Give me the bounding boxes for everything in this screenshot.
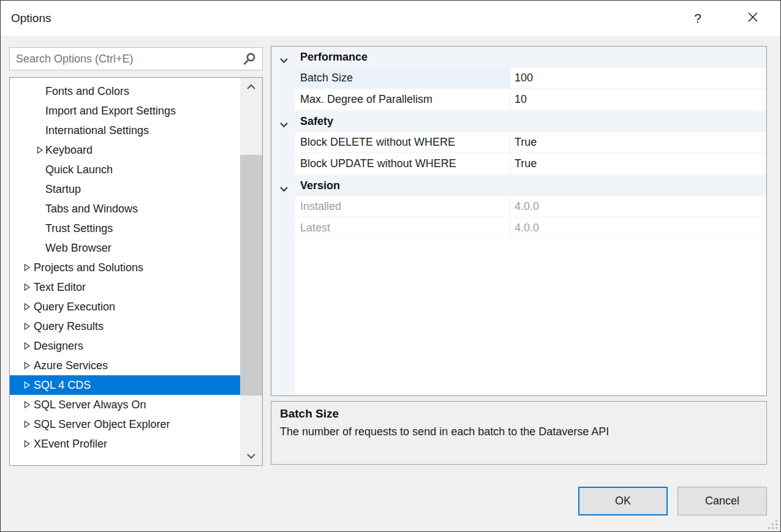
sidebar-item-label: Import and Export Settings: [45, 105, 176, 118]
category-row-version[interactable]: Version: [271, 175, 766, 197]
options-tree: Fonts and ColorsImport and Export Settin…: [9, 77, 263, 466]
property-row-installed[interactable]: Installed4.0.0: [271, 197, 766, 218]
sidebar-item-fonts-and-colors[interactable]: Fonts and Colors: [10, 81, 240, 101]
close-icon: [747, 12, 758, 25]
sidebar-item-text-editor[interactable]: Text Editor: [10, 277, 240, 297]
expander-icon[interactable]: [23, 302, 31, 311]
sidebar-item-label: Query Execution: [34, 301, 115, 313]
property-row-block-update-without-where[interactable]: Block UPDATE without WHERETrue: [271, 154, 766, 175]
tree-scrollbar: [240, 78, 262, 465]
category-label: Safety: [300, 115, 333, 128]
sidebar-item-label: International Settings: [45, 124, 149, 137]
expander-icon[interactable]: [23, 420, 31, 429]
sidebar-item-label: Projects and Solutions: [34, 261, 143, 274]
sidebar-item-import-and-export-settings[interactable]: Import and Export Settings: [10, 101, 240, 121]
sidebar-item-web-browser[interactable]: Web Browser: [10, 238, 240, 258]
sidebar-item-label: Query Results: [34, 320, 104, 333]
property-description: Batch Size The number of requests to sen…: [271, 401, 767, 465]
scroll-up-button[interactable]: [240, 78, 262, 96]
sidebar-item-label: Designers: [34, 340, 83, 353]
expander-icon[interactable]: [23, 400, 31, 409]
options-dialog: Options ? Fonts and ColorsImport and Exp…: [0, 0, 781, 532]
property-row-block-delete-without-where[interactable]: Block DELETE without WHERETrue: [271, 132, 766, 154]
sidebar-item-international-settings[interactable]: International Settings: [10, 121, 240, 140]
property-value[interactable]: 4.0.0: [510, 197, 766, 217]
category-row-safety[interactable]: Safety: [271, 111, 766, 132]
close-button[interactable]: [739, 6, 767, 31]
property-name[interactable]: Block UPDATE without WHERE: [295, 154, 510, 174]
property-name[interactable]: Installed: [295, 197, 510, 217]
search-input[interactable]: [16, 48, 236, 70]
ok-button[interactable]: OK: [578, 487, 668, 515]
category-label: Performance: [300, 51, 368, 64]
sidebar-item-label: SQL Server Always On: [34, 399, 146, 411]
sidebar-item-label: SQL 4 CDS: [34, 379, 91, 392]
sidebar-item-query-results[interactable]: Query Results: [10, 317, 240, 336]
property-name[interactable]: Max. Degree of Parallelism: [295, 89, 510, 110]
chevron-down-icon: [246, 451, 256, 462]
property-row-latest[interactable]: Latest4.0.0: [271, 218, 766, 239]
property-name[interactable]: Block DELETE without WHERE: [295, 132, 510, 153]
sidebar-item-label: Tabs and Windows: [45, 203, 138, 215]
expander-icon[interactable]: [36, 146, 44, 154]
chevron-down-icon[interactable]: [279, 182, 289, 195]
sidebar-item-quick-launch[interactable]: Quick Launch: [10, 160, 240, 179]
sidebar-item-sql-4-cds[interactable]: SQL 4 CDS: [10, 375, 240, 395]
sidebar-item-projects-and-solutions[interactable]: Projects and Solutions: [10, 258, 240, 277]
property-value[interactable]: True: [510, 154, 766, 174]
sidebar-item-label: Text Editor: [34, 281, 86, 294]
chevron-up-icon: [246, 81, 256, 92]
sidebar-item-label: Web Browser: [45, 242, 111, 255]
description-title: Batch Size: [280, 407, 758, 421]
scrollbar-thumb[interactable]: [240, 155, 262, 395]
expander-icon[interactable]: [23, 361, 31, 370]
scroll-down-button[interactable]: [240, 447, 262, 465]
dialog-title: Options: [11, 1, 51, 36]
sidebar-item-label: Quick Launch: [45, 163, 113, 176]
sidebar-item-query-execution[interactable]: Query Execution: [10, 297, 240, 317]
search-box: [9, 47, 263, 70]
cancel-button[interactable]: Cancel: [677, 487, 767, 515]
sidebar-item-trust-settings[interactable]: Trust Settings: [10, 219, 240, 238]
help-icon: ?: [694, 11, 701, 26]
property-name[interactable]: Latest: [295, 218, 510, 239]
property-row-max-degree-of-parallelism[interactable]: Max. Degree of Parallelism10: [271, 89, 766, 111]
sidebar-item-azure-services[interactable]: Azure Services: [10, 356, 240, 375]
resize-grip-icon[interactable]: [767, 519, 777, 529]
sidebar-item-label: Startup: [45, 183, 81, 196]
property-row-batch-size[interactable]: Batch Size100: [271, 68, 766, 89]
sidebar-item-tabs-and-windows[interactable]: Tabs and Windows: [10, 199, 240, 219]
sidebar-item-keyboard[interactable]: Keyboard: [10, 140, 240, 160]
property-value[interactable]: 4.0.0: [510, 218, 766, 239]
expander-icon[interactable]: [23, 322, 31, 331]
sidebar-item-xevent-profiler[interactable]: XEvent Profiler: [10, 434, 240, 454]
search-icon[interactable]: [242, 52, 257, 69]
category-label: Version: [300, 179, 340, 192]
title-bar: Options ?: [1, 1, 780, 36]
help-button[interactable]: ?: [685, 6, 710, 31]
property-value[interactable]: 10: [510, 89, 766, 110]
sidebar-item-label: Keyboard: [45, 144, 92, 157]
expander-icon[interactable]: [23, 283, 31, 291]
expander-icon[interactable]: [23, 440, 31, 448]
sidebar-item-label: SQL Server Object Explorer: [34, 418, 170, 431]
chevron-down-icon[interactable]: [279, 118, 289, 131]
sidebar-item-sql-server-always-on[interactable]: SQL Server Always On: [10, 395, 240, 414]
property-value[interactable]: True: [510, 132, 766, 153]
sidebar-item-label: Fonts and Colors: [45, 85, 129, 98]
property-name[interactable]: Batch Size: [295, 68, 510, 89]
description-text: The number of requests to send in each b…: [280, 425, 758, 438]
sidebar-item-label: Trust Settings: [45, 222, 113, 235]
property-value[interactable]: 100: [510, 68, 766, 89]
sidebar-item-startup[interactable]: Startup: [10, 179, 240, 199]
expander-icon[interactable]: [23, 342, 31, 350]
expander-icon[interactable]: [23, 381, 31, 389]
category-row-performance[interactable]: Performance: [271, 47, 766, 68]
chevron-down-icon[interactable]: [279, 54, 289, 67]
property-grid: PerformanceBatch Size100Max. Degree of P…: [271, 46, 767, 396]
sidebar-item-label: XEvent Profiler: [34, 438, 107, 451]
sidebar-item-sql-server-object-explorer[interactable]: SQL Server Object Explorer: [10, 414, 240, 434]
expander-icon[interactable]: [23, 263, 31, 272]
sidebar-item-label: Azure Services: [34, 359, 108, 372]
sidebar-item-designers[interactable]: Designers: [10, 336, 240, 356]
